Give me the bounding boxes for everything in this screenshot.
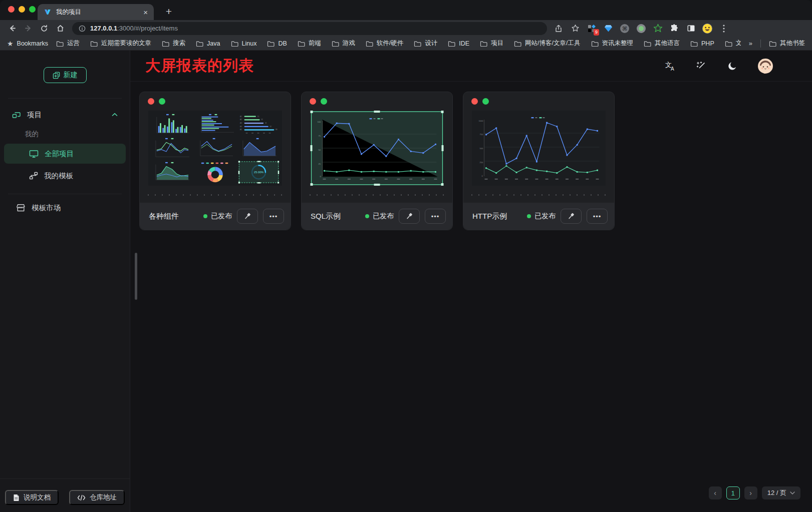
bookmarks-overflow-chevron[interactable]: » xyxy=(749,40,752,47)
minimize-window-button[interactable] xyxy=(19,6,25,13)
hammer-icon xyxy=(243,212,251,220)
extensions-puzzle-icon[interactable] xyxy=(668,22,681,35)
copy-plus-icon xyxy=(53,72,60,79)
new-tab-button[interactable]: + xyxy=(161,4,176,19)
sidebar-item-my-templates[interactable]: 我的模板 xyxy=(4,166,126,186)
project-thumbnail[interactable]: 10007505002500 xyxy=(472,111,606,186)
bookmark-item[interactable]: 设计 xyxy=(414,39,437,48)
project-card[interactable]: 1007550250 SQL示例 已发布 ••• xyxy=(301,92,453,230)
side-panel-icon[interactable] xyxy=(684,22,697,35)
screens-icon xyxy=(12,110,21,119)
project-card[interactable]: A1A2A3A4A52032456288 xyxy=(139,92,291,230)
next-page-button[interactable]: › xyxy=(744,486,757,499)
dark-mode-moon-icon[interactable] xyxy=(727,61,738,72)
bookmark-item[interactable]: 前端 xyxy=(298,39,321,48)
bookmark-item[interactable]: Linux xyxy=(231,39,257,48)
header-actions: 文A xyxy=(665,59,773,74)
extension-star-icon[interactable] xyxy=(651,22,664,35)
forward-icon[interactable] xyxy=(21,22,35,36)
docs-button[interactable]: 说明文档 xyxy=(5,490,59,505)
reload-icon[interactable] xyxy=(37,22,51,36)
svg-text:100: 100 xyxy=(318,121,321,123)
prev-page-button[interactable]: ‹ xyxy=(709,486,722,499)
svg-text:0: 0 xyxy=(482,175,483,177)
sidebar-footer: 说明文档 仓库地址 xyxy=(0,478,130,512)
folder-icon xyxy=(514,40,521,47)
extension-dot-icon[interactable] xyxy=(635,22,648,35)
bookmark-item[interactable]: 运营 xyxy=(56,39,80,48)
project-thumbnail[interactable]: 1007550250 xyxy=(310,111,444,186)
svg-text:500: 500 xyxy=(480,147,483,150)
bookmark-item[interactable]: 软件/硬件 xyxy=(366,39,403,48)
edit-project-button[interactable] xyxy=(399,209,420,224)
page-title: 大屏报表的列表 xyxy=(145,56,254,76)
extension-gem-icon[interactable] xyxy=(602,22,615,35)
hammer-icon xyxy=(567,212,575,220)
bookmark-item[interactable]: IDE xyxy=(448,39,469,48)
share-icon[interactable] xyxy=(552,22,565,35)
edit-project-button[interactable] xyxy=(237,209,258,224)
page-size-select[interactable]: 12 / 页 xyxy=(762,486,800,499)
zoom-window-button[interactable] xyxy=(29,6,36,13)
bookmark-star-icon[interactable] xyxy=(569,22,582,35)
browser-tab[interactable]: 我的项目 × xyxy=(38,4,154,20)
language-translate-icon[interactable]: 文A xyxy=(665,61,676,72)
card-title: 各种组件 xyxy=(149,212,179,221)
project-grid: A1A2A3A4A52032456288 xyxy=(130,82,812,512)
hammer-icon xyxy=(405,212,413,220)
bookmark-item[interactable]: 其他语言 xyxy=(644,39,680,48)
browser-menu-kebab-icon[interactable] xyxy=(717,22,730,35)
repo-button[interactable]: 仓库地址 xyxy=(69,490,125,505)
scrollbar-thumb[interactable] xyxy=(135,253,137,300)
svg-text:20: 20 xyxy=(257,116,259,118)
mini-area-chart-green xyxy=(150,161,193,184)
more-actions-button[interactable]: ••• xyxy=(425,209,446,224)
sidebar-item-template-market[interactable]: 模板市场 xyxy=(4,197,126,218)
monitor-icon xyxy=(29,150,39,158)
other-bookmarks[interactable]: 其他书签 xyxy=(769,39,805,48)
mini-donut-chart xyxy=(194,161,236,184)
bookmark-item[interactable]: 文件服务器 xyxy=(725,39,741,48)
back-icon[interactable] xyxy=(5,22,19,36)
red-dot xyxy=(471,98,478,105)
tab-close-icon[interactable]: × xyxy=(143,8,148,17)
folder-icon xyxy=(196,40,203,47)
mini-line-chart-2 xyxy=(194,137,236,160)
bookmark-item[interactable]: PHP xyxy=(690,39,714,48)
url-bar[interactable]: 127.0.0.1:3000/#/project/items xyxy=(72,22,547,35)
new-project-button[interactable]: 新建 xyxy=(44,67,87,83)
more-actions-button[interactable]: ••• xyxy=(263,209,284,224)
profile-avatar-smiley[interactable] xyxy=(701,22,714,35)
chevron-up-icon[interactable] xyxy=(112,113,118,117)
extension-grid-icon[interactable]: 9 xyxy=(585,22,598,35)
magic-wand-icon[interactable] xyxy=(696,61,707,72)
bookmark-item[interactable]: 资讯未整理 xyxy=(591,39,634,48)
sidebar-item-all-projects[interactable]: 全部项目 xyxy=(4,144,126,164)
bookmark-item[interactable]: 网站/博客/文章/工具 xyxy=(514,39,580,48)
close-window-button[interactable] xyxy=(8,6,15,13)
svg-text:45: 45 xyxy=(265,122,267,124)
site-info-icon[interactable] xyxy=(79,25,86,32)
folder-icon xyxy=(56,40,64,47)
bookmarks-root[interactable]: ★Bookmarks xyxy=(7,40,48,48)
project-card[interactable]: 10007505002500 HTTP示例 已发布 ••• xyxy=(463,92,615,230)
bookmark-item[interactable]: 近期需要读的文章 xyxy=(90,39,151,48)
user-avatar[interactable] xyxy=(758,59,773,74)
bookmark-item[interactable]: 搜索 xyxy=(162,39,185,48)
mini-progress-ring: 25.00% xyxy=(237,161,280,184)
flow-nodes-icon xyxy=(29,171,38,180)
sidebar-group-projects[interactable]: 项目 xyxy=(8,105,122,125)
more-actions-button[interactable]: ••• xyxy=(587,209,608,224)
current-page[interactable]: 1 xyxy=(726,486,740,499)
bookmark-item[interactable]: Java xyxy=(196,39,220,48)
edit-project-button[interactable] xyxy=(561,209,582,224)
bookmark-item[interactable]: DB xyxy=(267,39,287,48)
bookmark-item[interactable]: 项目 xyxy=(480,39,503,48)
mini-lollipop-chart: A1A2A3A4A52032456288 xyxy=(237,113,280,136)
extension-cmd-icon[interactable]: ⌘ xyxy=(618,22,631,35)
bookmark-item[interactable]: 游戏 xyxy=(332,39,355,48)
project-thumbnail[interactable]: A1A2A3A4A52032456288 xyxy=(148,111,282,186)
main-header: 大屏报表的列表 文A xyxy=(130,51,812,82)
home-icon[interactable] xyxy=(53,22,67,36)
svg-text:A5: A5 xyxy=(240,129,242,131)
